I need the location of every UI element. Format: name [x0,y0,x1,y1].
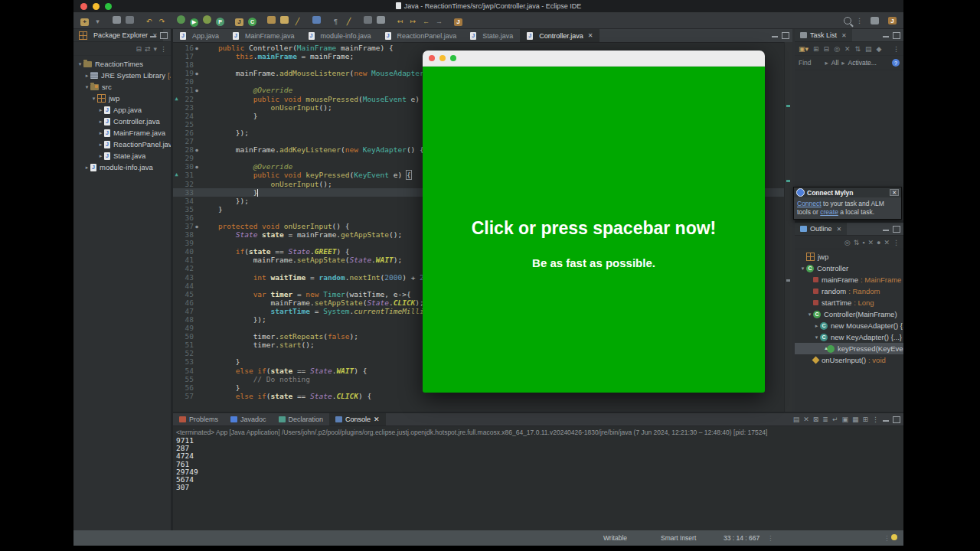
reaction-app-window[interactable]: Click or press spacebar now! Be as fast … [423,51,765,393]
maximize-view-icon[interactable] [160,32,168,39]
run-icon[interactable]: ▶ [188,17,200,28]
tree-item-reactiontimes[interactable]: ▾ReactionTimes [74,58,171,70]
forward-icon[interactable]: ↦ [407,16,419,27]
notifications-bulb-icon[interactable] [891,534,897,540]
tree-item-jwp[interactable]: ▾jwp [74,93,171,104]
expand-arrow-icon[interactable]: ▸ [813,323,820,329]
zoom-window-button[interactable] [450,55,456,61]
save-all-icon[interactable] [124,15,136,25]
editor-tab-Controller.java[interactable]: JController.java✕ [520,29,599,42]
view-menu-icon[interactable]: ⋮ [872,416,879,423]
focus-icon[interactable]: ◎ [834,45,840,53]
console-open-icon[interactable]: ⊞ [862,416,868,423]
next-edit-icon[interactable]: → [433,16,445,27]
tree-item-reactionpanel-java[interactable]: ▸JReactionPanel.java [74,139,171,150]
tab-outline[interactable]: Outline ✕ [795,223,847,235]
tree-item-jre-system-library[interactable]: ▸JRE System Library[JavaSE-17] [74,70,171,81]
minimize-window-button[interactable] [439,55,446,61]
toolbar-overflow-icon[interactable]: ⋮ [856,17,864,24]
tree-item-starttime[interactable]: startTime: Long [795,297,903,308]
minimize-view-icon[interactable] [883,227,889,231]
tree-item-src[interactable]: ▾src [74,81,171,93]
tree-item-new-keyadapter-[interactable]: ▾Cnew KeyAdapter() {...} [795,331,903,343]
highlight-icon[interactable]: ╱ [343,16,354,27]
console-display-icon[interactable]: ▦ [852,416,859,423]
focus-icon[interactable]: ◎ [844,239,851,246]
tab-task-list[interactable]: Task List ✕ [795,29,852,41]
open-perspective-icon[interactable] [869,15,880,26]
tree-item-mainframe[interactable]: mainFrame: MainFrame [795,274,903,285]
reaction-window-titlebar[interactable] [423,51,765,67]
console-output[interactable]: 97112874724761297495674307 [173,437,903,491]
view-menu-icon[interactable]: ⋮ [160,45,167,53]
profile-icon[interactable]: P [214,17,226,28]
link-with-editor-icon[interactable]: ⇄ [145,45,151,53]
hide-static-icon[interactable]: ✕ [867,239,874,246]
expand-arrow-icon[interactable]: ▾ [90,96,97,102]
tree-item-controller-java[interactable]: ▸JController.java [74,116,171,127]
expand-arrow-icon[interactable]: ▾ [806,311,813,318]
console-remove-all-icon[interactable]: ⊠ [813,416,819,423]
editor-tab-MainFrame.java[interactable]: JMainFrame.java [226,29,302,42]
new-class-icon[interactable]: C [247,17,258,28]
show-whitespace-icon[interactable]: ¶ [330,16,341,27]
tree-item-app-java[interactable]: ▸JApp.java [74,104,171,116]
java-perspective-button[interactable]: J [887,15,898,26]
reaction-panel[interactable]: Click or press spacebar now! Be as fast … [423,67,765,393]
maximize-view-icon[interactable] [893,226,900,233]
code-line-57[interactable]: 57 else if(state == State.CLICK) { [173,392,785,400]
search-flashlight-icon[interactable]: ╱ [292,16,303,27]
minimize-view-icon[interactable] [883,34,889,37]
expand-arrow-icon[interactable]: ▸ [83,165,90,171]
tree-item-keypressed-keyevent-[interactable]: keyPressed(KeyEvent): void [795,343,903,354]
minimize-view-icon[interactable] [883,418,889,422]
editor-tab-App.java[interactable]: JApp.java [173,29,226,42]
scope-all-dropdown[interactable]: All [831,59,838,67]
new-task-icon[interactable]: ▣▾ [799,45,808,53]
expand-arrow-icon[interactable]: ▾ [83,84,90,90]
editor-tab-ReactionPanel.java[interactable]: JReactionPanel.java [378,29,464,42]
redo-icon[interactable]: ↷ [156,16,168,27]
sort-icon[interactable]: ⇅ [855,45,861,53]
annotations-icon[interactable] [375,15,387,25]
tree-item-new-mouseadapter-[interactable]: ▸Cnew MouseAdapter() {...} [795,320,903,331]
expand-arrow-icon[interactable]: ▸ [97,153,104,159]
open-resource-icon[interactable] [279,15,290,25]
tree-item-module-info-java[interactable]: ▸Jmodule-info.java [74,161,171,173]
expand-arrow-icon[interactable]: ▾ [77,61,83,67]
minimize-view-icon[interactable] [150,34,156,37]
maximize-view-icon[interactable] [893,416,900,423]
close-mylyn-button[interactable]: ✕ [890,189,899,196]
console-tab-console[interactable]: Console✕ [329,413,386,425]
external-tools-icon[interactable] [362,15,374,25]
new-wizard-icon[interactable]: + [79,17,90,28]
expand-arrow-icon[interactable]: ▸ [83,73,90,79]
connect-link[interactable]: Connect [797,200,822,207]
find-input[interactable]: Find [799,59,812,67]
close-icon[interactable]: ✕ [837,226,842,233]
open-type-icon[interactable] [266,15,277,25]
coverage-icon[interactable] [201,15,213,25]
console-scroll-lock-icon[interactable]: ≣ [822,416,828,423]
hide-fields-icon[interactable]: ▪ [862,239,864,246]
filters-icon[interactable]: ▾ [153,45,157,53]
editor-tab-module-info.java[interactable]: Jmodule-info.java [302,29,378,42]
new-dropdown-icon[interactable]: ▾ [92,16,103,27]
save-icon[interactable] [111,15,122,25]
editor-tab-State.java[interactable]: JState.java [463,29,520,42]
collapse-all-icon[interactable]: ⊟ [136,45,142,53]
tree-item-onuserinput-[interactable]: onUserInput(): void [795,354,903,366]
tree-item-controller[interactable]: ▾CController [795,262,903,274]
close-icon[interactable]: ✕ [841,32,847,39]
maximize-view-icon[interactable] [893,32,900,39]
sort-icon[interactable]: ⇅ [854,239,860,246]
categorized-icon[interactable]: ⊞ [813,45,819,53]
expand-arrow-icon[interactable]: ▾ [813,334,820,341]
tree-item-state-java[interactable]: ▸JState.java [74,150,171,161]
back-icon[interactable]: ↤ [394,16,406,27]
console-wrap-icon[interactable]: ↵ [832,416,838,423]
create-task-link[interactable]: create [820,208,838,216]
tree-item-jwp[interactable]: jwp [795,251,903,262]
undo-icon[interactable]: ↶ [143,16,155,27]
search-icon[interactable] [844,17,851,24]
